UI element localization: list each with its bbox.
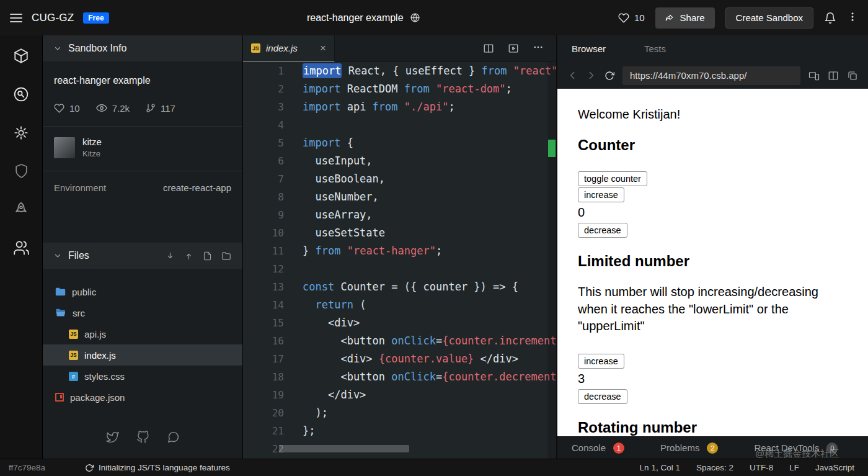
more-options-icon[interactable] bbox=[533, 42, 544, 55]
code-line-5[interactable]: 5import { bbox=[243, 134, 556, 152]
back-icon[interactable] bbox=[567, 70, 578, 81]
toggle-counter-button[interactable]: toggle counter bbox=[578, 171, 647, 186]
menu-icon[interactable] bbox=[10, 14, 22, 22]
increase-button[interactable]: increase bbox=[578, 187, 624, 202]
code-line-11[interactable]: 11} from "react-hanger"; bbox=[243, 242, 556, 260]
sandbox-info-header[interactable]: Sandbox Info bbox=[43, 35, 242, 61]
line-number: 17 bbox=[243, 350, 284, 368]
team-users-icon[interactable] bbox=[13, 240, 30, 256]
file-row-public[interactable]: public bbox=[43, 281, 242, 302]
responsive-mode-icon[interactable] bbox=[808, 70, 820, 81]
code-line-20[interactable]: 20 ); bbox=[243, 404, 556, 422]
code-line-8[interactable]: 8 useNumber, bbox=[243, 188, 556, 206]
share-icon bbox=[665, 13, 675, 22]
increase-button-2[interactable]: increase bbox=[578, 354, 624, 369]
download-icon[interactable] bbox=[166, 251, 175, 261]
console-tab[interactable]: Console 1 bbox=[572, 442, 624, 454]
open-new-window-icon[interactable] bbox=[847, 70, 858, 81]
indentation-setting[interactable]: Spaces: 2 bbox=[696, 463, 733, 472]
top-bar: CUG-GZ Free react-hanger example 10 Shar… bbox=[0, 0, 868, 35]
create-sandbox-button[interactable]: Create Sandbox bbox=[725, 7, 813, 29]
url-input[interactable]: https://44m70xm70.csb.app/ bbox=[622, 66, 800, 85]
tab-index-js[interactable]: JS index.js × bbox=[243, 35, 335, 61]
open-preview-icon[interactable] bbox=[508, 43, 519, 54]
code-editor[interactable]: 1import React, { useEffect } from "react… bbox=[243, 62, 556, 459]
file-row-styles-css[interactable]: #styles.css bbox=[43, 366, 242, 387]
preview-tab-bar: Browser Tests bbox=[557, 35, 868, 62]
share-button[interactable]: Share bbox=[655, 7, 715, 29]
tab-tests[interactable]: Tests bbox=[644, 43, 666, 54]
limited-value: 3 bbox=[578, 372, 851, 386]
code-line-16[interactable]: 16 <button onClick={counter.increment} bbox=[243, 332, 556, 350]
tab-browser[interactable]: Browser bbox=[572, 43, 606, 54]
code-line-14[interactable]: 14 return ( bbox=[243, 296, 556, 314]
code-line-15[interactable]: 15 <div> bbox=[243, 314, 556, 332]
split-view-icon[interactable] bbox=[483, 43, 494, 54]
preview-pane: Browser Tests https://44m70xm70.csb.app/… bbox=[556, 35, 868, 459]
code-line-1[interactable]: 1import React, { useEffect } from "react… bbox=[243, 62, 556, 80]
forward-icon[interactable] bbox=[586, 70, 596, 81]
file-label: index.js bbox=[84, 350, 116, 361]
horizontal-scrollbar[interactable] bbox=[279, 445, 409, 452]
code-line-3[interactable]: 3import api from "./api"; bbox=[243, 98, 556, 116]
decrease-button-2[interactable]: decrease bbox=[578, 389, 627, 404]
code-line-19[interactable]: 19 </div> bbox=[243, 386, 556, 404]
close-tab-icon[interactable]: × bbox=[320, 43, 326, 53]
code-text: useArray, bbox=[303, 206, 373, 224]
editor-scrollbar[interactable] bbox=[547, 62, 556, 459]
notifications-bell-icon[interactable] bbox=[824, 12, 836, 24]
plan-badge: Free bbox=[83, 12, 108, 24]
stat-forks[interactable]: 117 bbox=[146, 103, 175, 114]
new-file-icon[interactable] bbox=[203, 251, 212, 261]
line-number: 20 bbox=[243, 404, 284, 422]
code-text: useSetState bbox=[303, 224, 385, 242]
refresh-icon[interactable] bbox=[604, 71, 614, 81]
kebab-menu-icon[interactable] bbox=[847, 11, 858, 25]
heart-icon bbox=[54, 103, 64, 114]
line-ending-setting[interactable]: LF bbox=[789, 463, 799, 472]
new-folder-icon[interactable] bbox=[221, 251, 231, 261]
code-line-7[interactable]: 7 useBoolean, bbox=[243, 170, 556, 188]
settings-gear-icon[interactable] bbox=[13, 125, 29, 141]
line-number: 21 bbox=[243, 422, 284, 440]
language-mode[interactable]: JavaScript bbox=[815, 463, 854, 472]
code-line-10[interactable]: 10 useSetState bbox=[243, 224, 556, 242]
file-row-src[interactable]: src bbox=[43, 302, 242, 323]
rotating-number-heading: Rotating number bbox=[578, 419, 851, 436]
file-row-api-js[interactable]: JSapi.js bbox=[43, 323, 242, 344]
code-line-18[interactable]: 18 <button onClick={counter.decrement} bbox=[243, 368, 556, 386]
stat-likes[interactable]: 10 bbox=[54, 103, 80, 114]
code-line-12[interactable]: 12 bbox=[243, 260, 556, 278]
cursor-position[interactable]: Ln 1, Col 1 bbox=[640, 463, 680, 472]
decrease-button[interactable]: decrease bbox=[578, 223, 627, 238]
twitter-icon[interactable] bbox=[106, 431, 119, 444]
counter-value: 0 bbox=[578, 205, 851, 220]
file-row-package-json[interactable]: package.json bbox=[43, 387, 242, 408]
code-line-13[interactable]: 13const Counter = ({ counter }) => { bbox=[243, 278, 556, 296]
split-browser-icon[interactable] bbox=[828, 70, 839, 81]
code-line-6[interactable]: 6 useInput, bbox=[243, 152, 556, 170]
deploy-rocket-icon[interactable] bbox=[13, 201, 29, 217]
line-number: 14 bbox=[243, 296, 284, 314]
code-line-4[interactable]: 4 bbox=[243, 116, 556, 134]
explore-search-icon[interactable] bbox=[13, 86, 29, 102]
spinner-icon bbox=[85, 464, 94, 472]
author-link[interactable]: kitze Kitze bbox=[54, 137, 231, 158]
file-row-index-js[interactable]: JSindex.js bbox=[43, 344, 242, 366]
code-line-17[interactable]: 17 <div> {counter.value} </div> bbox=[243, 350, 556, 368]
code-line-9[interactable]: 9 useArray, bbox=[243, 206, 556, 224]
problems-tab[interactable]: Problems 2 bbox=[660, 442, 718, 454]
upload-icon[interactable] bbox=[184, 251, 193, 261]
encoding-setting[interactable]: UTF-8 bbox=[750, 463, 773, 472]
react-devtools-tab[interactable]: React DevTools 0 bbox=[754, 442, 838, 454]
like-button[interactable]: 10 bbox=[618, 12, 645, 24]
file-label: api.js bbox=[84, 329, 106, 339]
patron-shield-icon[interactable] bbox=[14, 163, 29, 179]
github-icon[interactable] bbox=[136, 431, 149, 444]
code-line-2[interactable]: 2import ReactDOM from "react-dom"; bbox=[243, 80, 556, 98]
files-header[interactable]: Files bbox=[43, 243, 242, 269]
chat-icon[interactable] bbox=[167, 431, 180, 444]
codesandbox-logo-icon[interactable] bbox=[13, 48, 29, 64]
workspace-name[interactable]: CUG-GZ bbox=[32, 12, 74, 24]
code-line-21[interactable]: 21}; bbox=[243, 422, 556, 440]
